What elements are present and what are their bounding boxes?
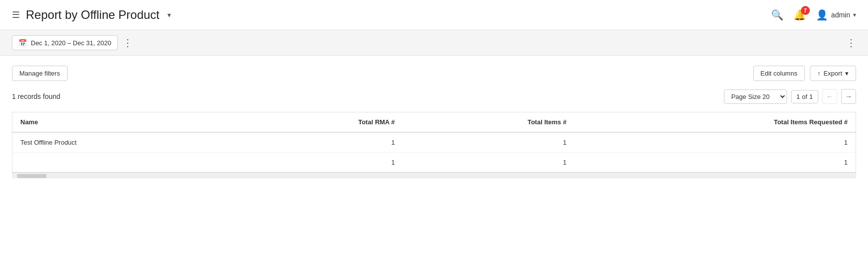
title-dropdown-arrow[interactable]: ▾ xyxy=(167,11,171,19)
user-dropdown-arrow: ▾ xyxy=(853,11,856,18)
cell-total-items-requested: 1 xyxy=(574,132,856,153)
export-icon: ↑ xyxy=(817,70,821,77)
page-title: Report by Offline Product xyxy=(26,8,159,22)
filter-row: Manage filters Edit columns ↑ Export ▾ xyxy=(12,66,856,81)
totals-items: 1 xyxy=(403,153,575,173)
main-content: Manage filters Edit columns ↑ Export ▾ 1… xyxy=(0,56,868,188)
table-totals-row: 1 1 1 xyxy=(12,153,856,173)
column-header-total-items: Total Items # xyxy=(403,112,575,133)
export-dropdown-arrow: ▾ xyxy=(845,70,849,77)
pagination-controls: Page Size 20 Page Size 50 Page Size 100 … xyxy=(724,89,856,104)
column-header-total-rma: Total RMA # xyxy=(238,112,402,133)
toolbar-bar: 📅 Dec 1, 2020 – Dec 31, 2020 ⋮ ⋮ xyxy=(0,30,868,56)
current-page: 1 xyxy=(796,93,800,100)
prev-page-button[interactable]: ← xyxy=(822,89,837,104)
cell-total-rma: 1 xyxy=(238,132,402,153)
records-found: 1 records found xyxy=(12,92,60,100)
column-header-total-items-requested: Total Items Requested # xyxy=(574,112,856,133)
page-input-wrapper: 1 of 1 xyxy=(791,90,818,103)
column-header-name: Name xyxy=(12,112,239,133)
page-size-select[interactable]: Page Size 20 Page Size 50 Page Size 100 xyxy=(724,89,787,104)
scrollbar-thumb xyxy=(17,174,47,178)
filter-right: Edit columns ↑ Export ▾ xyxy=(753,66,857,81)
user-section[interactable]: 👤 admin ▾ xyxy=(816,9,856,21)
notification-badge: 7 xyxy=(801,6,810,15)
date-range-label: Dec 1, 2020 – Dec 31, 2020 xyxy=(31,39,111,47)
table-header-row: Name Total RMA # Total Items # Total Ite… xyxy=(12,112,856,133)
manage-filters-button[interactable]: Manage filters xyxy=(12,66,68,81)
export-button[interactable]: ↑ Export ▾ xyxy=(810,66,856,81)
totals-items-requested: 1 xyxy=(574,153,856,173)
totals-name xyxy=(12,153,239,173)
header: ☰ Report by Offline Product ▾ 🔍 🔔 7 👤 ad… xyxy=(0,0,868,30)
toolbar-more-options-icon[interactable]: ⋮ xyxy=(123,37,133,49)
calendar-icon: 📅 xyxy=(18,39,27,47)
records-count: 1 xyxy=(12,92,16,100)
table-row: Test Offline Product 1 1 1 xyxy=(12,132,856,153)
data-table: Name Total RMA # Total Items # Total Ite… xyxy=(12,112,856,173)
toolbar-left: 📅 Dec 1, 2020 – Dec 31, 2020 ⋮ xyxy=(12,35,133,50)
edit-columns-button[interactable]: Edit columns xyxy=(753,66,805,81)
user-name: admin xyxy=(831,11,850,19)
page-separator: of xyxy=(802,93,807,100)
cell-total-items: 1 xyxy=(403,132,575,153)
export-label: Export xyxy=(823,70,842,77)
toolbar-right: ⋮ xyxy=(846,37,856,49)
next-page-button[interactable]: → xyxy=(841,89,856,104)
records-found-label: records found xyxy=(18,92,61,100)
date-range-button[interactable]: 📅 Dec 1, 2020 – Dec 31, 2020 xyxy=(12,35,118,50)
notification-wrapper[interactable]: 🔔 7 xyxy=(793,9,806,21)
user-avatar-icon: 👤 xyxy=(816,9,828,21)
toolbar-right-more-icon[interactable]: ⋮ xyxy=(846,37,856,49)
records-row: 1 records found Page Size 20 Page Size 5… xyxy=(12,89,856,104)
cell-name: Test Offline Product xyxy=(12,132,239,153)
search-icon[interactable]: 🔍 xyxy=(771,9,784,21)
header-left: ☰ Report by Offline Product ▾ xyxy=(12,8,171,22)
horizontal-scrollbar[interactable] xyxy=(12,173,856,178)
hamburger-icon[interactable]: ☰ xyxy=(12,9,20,20)
totals-rma: 1 xyxy=(238,153,402,173)
header-right: 🔍 🔔 7 👤 admin ▾ xyxy=(771,9,856,21)
total-pages: 1 xyxy=(809,93,813,100)
